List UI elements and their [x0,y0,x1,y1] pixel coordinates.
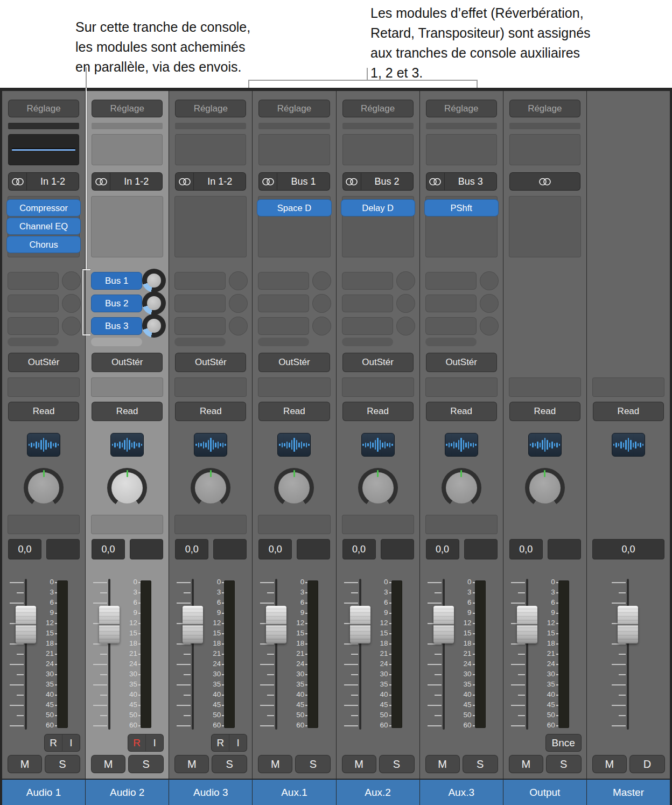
input-slot[interactable]: Bus 2 [342,172,414,191]
settings-button[interactable]: Réglage [342,100,414,117]
group-slot[interactable] [592,377,664,397]
volume-value[interactable]: 0,0 [342,539,376,559]
eq-thumbnail[interactable] [258,134,330,165]
send-slot-bus-3[interactable]: Bus 3 [91,317,142,335]
volume-value[interactable]: 0,0 [592,539,664,559]
group-slot[interactable] [342,377,414,397]
volume-value[interactable]: 0,0 [426,539,459,559]
pan-knob[interactable] [274,468,314,508]
group-slot-2[interactable] [8,515,80,534]
settings-button[interactable]: Réglage [426,100,497,117]
track-waveform-icon[interactable] [528,433,562,457]
volume-value[interactable]: 0,0 [8,539,41,559]
stereo-format-icon[interactable] [92,173,110,190]
track-name-label[interactable]: Audio 3 [169,779,252,805]
peak-value[interactable] [297,539,330,559]
send-level-knob[interactable] [142,314,166,338]
group-slot[interactable] [8,377,80,397]
settings-button[interactable]: Réglage [8,100,79,117]
volume-fader-cap[interactable] [517,606,537,643]
plugin-slot[interactable]: Compressor [6,199,81,216]
input-slot[interactable]: In 1-2 [92,172,163,191]
settings-button[interactable]: Réglage [92,100,163,117]
send-slot-empty[interactable] [425,317,477,335]
volume-fader-cap[interactable] [183,606,203,643]
output-slot[interactable]: OutStér [92,353,163,372]
peak-value[interactable] [46,539,80,559]
send-slot-empty[interactable] [258,317,309,335]
input-slot[interactable]: In 1-2 [175,172,246,191]
mute-button[interactable]: M [174,755,209,773]
track-waveform-icon[interactable] [445,433,478,457]
send-slot-empty[interactable] [174,272,226,290]
solo-button[interactable]: S [128,755,164,773]
stereo-format-icon[interactable] [538,173,552,190]
solo-button[interactable]: S [295,755,331,773]
group-slot[interactable] [174,377,247,397]
output-slot[interactable]: OutStér [426,353,497,372]
track-name-label[interactable]: Output [503,779,586,805]
stereo-format-icon[interactable] [259,173,277,190]
output-slot[interactable]: OutStér [175,353,246,372]
send-slot-empty[interactable] [342,317,393,335]
send-slot-bus-2[interactable]: Bus 2 [91,295,142,312]
solo-button[interactable]: S [212,755,247,773]
send-slot-empty[interactable] [425,272,477,290]
dim-button[interactable]: D [629,755,665,773]
group-slot-2[interactable] [91,515,163,534]
mute-button[interactable]: M [8,755,42,773]
send-slot-empty[interactable] [174,295,226,312]
plugin-slot[interactable]: Space D [257,199,331,216]
solo-button[interactable]: S [379,755,415,773]
send-slot-empty[interactable] [342,295,393,312]
peak-value[interactable] [548,539,581,559]
output-slot[interactable]: OutStér [8,353,79,372]
pan-knob[interactable] [358,468,398,508]
peak-value[interactable] [464,539,498,559]
plugin-slot[interactable]: PShft [424,199,499,216]
format-slot[interactable] [509,172,580,191]
send-slot-empty[interactable] [342,272,393,290]
stereo-format-icon[interactable] [176,173,194,190]
mute-button[interactable]: M [509,755,543,773]
mute-button[interactable]: M [592,755,627,773]
automation-mode-button[interactable]: Read [593,402,664,421]
mute-button[interactable]: M [258,755,292,773]
record-enable-button[interactable]: R [45,734,62,751]
settings-button[interactable]: Réglage [175,100,246,117]
group-slot-2[interactable] [425,515,498,534]
input-monitor-button[interactable]: I [62,734,80,751]
send-slot-bus-1[interactable]: Bus 1 [91,272,142,290]
automation-mode-button[interactable]: Read [258,402,330,421]
volume-value[interactable]: 0,0 [258,539,292,559]
stereo-format-icon[interactable] [426,173,445,190]
eq-thumbnail[interactable] [92,134,163,165]
track-waveform-icon[interactable] [110,433,144,457]
group-slot-2[interactable] [174,515,247,534]
bounce-button[interactable]: Bnce [545,734,582,752]
stereo-format-icon[interactable] [9,173,27,190]
peak-value[interactable] [130,539,163,559]
volume-value[interactable]: 0,0 [175,539,208,559]
volume-fader-cap[interactable] [433,606,454,643]
input-slot[interactable]: Bus 3 [426,172,497,191]
track-name-label[interactable]: Aux.3 [420,779,503,805]
send-level-knob[interactable] [142,291,166,315]
pan-knob[interactable] [442,468,481,508]
solo-button[interactable]: S [45,755,80,773]
plugin-slot[interactable]: Chorus [6,236,81,253]
input-monitor-button[interactable]: I [146,734,163,751]
send-level-knob[interactable] [142,269,166,292]
automation-mode-button[interactable]: Read [92,402,163,421]
eq-thumbnail[interactable] [426,134,497,165]
input-slot[interactable]: Bus 1 [258,172,330,191]
group-slot[interactable] [91,377,163,397]
settings-button[interactable]: Réglage [509,100,580,117]
output-slot[interactable]: OutStér [258,353,330,372]
volume-fader-cap[interactable] [99,606,120,643]
group-slot[interactable] [509,377,581,397]
automation-mode-button[interactable]: Read [342,402,414,421]
mute-button[interactable]: M [425,755,460,773]
output-slot[interactable]: OutStér [342,353,414,372]
solo-button[interactable]: S [546,755,582,773]
